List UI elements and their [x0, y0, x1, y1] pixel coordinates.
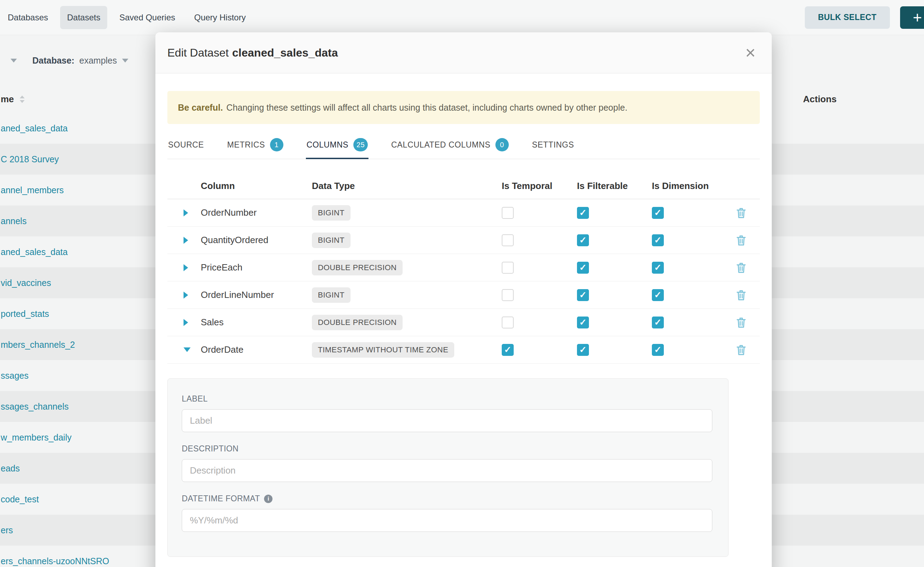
column-row-orderlinenumber: OrderLineNumberBIGINT✓✓ [167, 281, 760, 309]
data-type-pill: BIGINT [312, 205, 351, 220]
dataset-name-link[interactable]: annels [1, 216, 27, 226]
dataset-name-link[interactable]: aned_sales_data [1, 123, 68, 134]
delete-column-icon[interactable] [736, 261, 747, 274]
description-input[interactable] [182, 459, 712, 482]
columns-table-header: ColumnData TypeIs TemporalIs FilterableI… [167, 173, 760, 199]
dataset-name-link[interactable]: eads [1, 464, 20, 474]
chevron-down-icon[interactable] [11, 58, 17, 63]
is-dimension-checkbox[interactable]: ✓ [652, 316, 664, 328]
is-dimension-checkbox[interactable]: ✓ [652, 234, 664, 246]
modal-tab-source[interactable]: SOURCE [167, 133, 205, 159]
modal-body: Be careful. Changing these settings will… [155, 74, 772, 557]
is-temporal-checkbox[interactable]: ✓ [502, 344, 514, 356]
dataset-name-link[interactable]: annel_members [1, 185, 64, 195]
modal-tab-columns[interactable]: COLUMNS25 [306, 133, 369, 159]
column-row-priceeach: PriceEachDOUBLE PRECISION✓✓ [167, 254, 760, 281]
is-temporal-checkbox[interactable] [502, 289, 514, 301]
top-nav: DatabasesDatasetsSaved QueriesQuery Hist… [0, 0, 924, 35]
data-type-pill: TIMESTAMP WITHOUT TIME ZONE [312, 342, 454, 358]
collapse-caret-icon[interactable] [184, 347, 191, 352]
tab-label: METRICS [227, 140, 265, 150]
expand-caret-icon[interactable] [184, 209, 188, 216]
dataset-name-link[interactable]: ers_channels-uzooNNtSRO [1, 556, 109, 566]
is-temporal-checkbox[interactable] [502, 262, 514, 274]
nav-tab-saved-queries[interactable]: Saved Queries [112, 6, 182, 29]
data-type-pill: BIGINT [312, 232, 351, 248]
is-dimension-checkbox[interactable]: ✓ [652, 289, 664, 301]
is-temporal-checkbox[interactable] [502, 316, 514, 328]
dataset-name-link[interactable]: w_members_daily [1, 432, 71, 442]
modal-tab-settings[interactable]: SETTINGS [531, 133, 575, 159]
modal-title-dataset-name: cleaned_sales_data [232, 46, 338, 59]
modal-tabs: SOURCEMETRICS1COLUMNS25CALCULATED COLUMN… [167, 133, 760, 159]
bulk-select-button[interactable]: BULK SELECT [805, 6, 890, 29]
delete-column-icon[interactable] [736, 316, 747, 329]
column-name: OrderLineNumber [201, 290, 312, 300]
warning-text: Changing these settings will affect all … [226, 103, 628, 113]
tab-count-badge: 0 [495, 138, 509, 152]
nav-actions: BULK SELECT + [805, 6, 924, 29]
dataset-name-link[interactable]: ssages_channels [1, 402, 69, 412]
delete-column-icon[interactable] [736, 234, 747, 247]
datetime-format-input[interactable] [182, 509, 712, 532]
is-filterable-checkbox[interactable]: ✓ [577, 289, 589, 301]
dataset-name-link[interactable]: ssages [1, 370, 29, 381]
dataset-name-link[interactable]: ported_stats [1, 309, 49, 319]
sort-icon[interactable] [20, 96, 25, 103]
is-dimension-checkbox[interactable]: ✓ [652, 207, 664, 219]
add-dataset-button[interactable]: + [900, 6, 924, 29]
field-label: DESCRIPTION [182, 444, 714, 453]
column-header-is-temporal: Is Temporal [502, 181, 577, 192]
modal-title: Edit Datasetcleaned_sales_data [167, 46, 338, 59]
warning-bold: Be careful. [178, 103, 223, 113]
dataset-name-link[interactable]: code_test [1, 494, 39, 504]
nav-tabs: DatabasesDatasetsSaved QueriesQuery Hist… [0, 6, 258, 29]
column-header-is-filterable: Is Filterable [577, 181, 652, 192]
is-filterable-checkbox[interactable]: ✓ [577, 316, 589, 328]
is-dimension-checkbox[interactable]: ✓ [652, 262, 664, 274]
column-row-ordernumber: OrderNumberBIGINT✓✓ [167, 199, 760, 226]
column-header-is-dimension: Is Dimension [652, 181, 722, 192]
delete-column-icon[interactable] [736, 344, 747, 356]
modal-header: Edit Datasetcleaned_sales_data × [155, 32, 772, 74]
modal-title-prefix: Edit Dataset [167, 46, 229, 59]
dataset-name-link[interactable]: ers [1, 525, 13, 536]
is-filterable-checkbox[interactable]: ✓ [577, 262, 589, 274]
dataset-name-link[interactable]: mbers_channels_2 [1, 340, 75, 350]
field-datetime-format: DATETIME FORMATi [182, 494, 714, 532]
expand-caret-icon[interactable] [184, 237, 188, 244]
is-temporal-checkbox[interactable] [502, 207, 514, 219]
tab-label: SOURCE [168, 140, 204, 150]
expand-caret-icon[interactable] [184, 319, 188, 326]
is-temporal-checkbox[interactable] [502, 234, 514, 246]
is-filterable-checkbox[interactable]: ✓ [577, 234, 589, 246]
database-filter-value[interactable]: examples [80, 56, 117, 66]
chevron-down-icon[interactable] [122, 58, 128, 63]
field-label: LABEL [182, 394, 714, 432]
actions-column-header: Actions [803, 94, 837, 105]
nav-tab-query-history[interactable]: Query History [187, 6, 253, 29]
expand-caret-icon[interactable] [184, 292, 188, 298]
is-dimension-checkbox[interactable]: ✓ [652, 344, 664, 356]
dataset-name-link[interactable]: C 2018 Survey [1, 154, 59, 164]
modal-tab-calculated-columns[interactable]: CALCULATED COLUMNS0 [390, 133, 509, 159]
is-filterable-checkbox[interactable]: ✓ [577, 207, 589, 219]
label-input[interactable] [182, 409, 712, 432]
column-header-column: Column [201, 181, 312, 192]
data-type-pill: DOUBLE PRECISION [312, 260, 403, 275]
delete-column-icon[interactable] [736, 207, 747, 219]
name-column-header[interactable]: me [1, 94, 14, 105]
delete-column-icon[interactable] [736, 289, 747, 302]
is-filterable-checkbox[interactable]: ✓ [577, 344, 589, 356]
dataset-name-link[interactable]: aned_sales_data [1, 247, 68, 257]
expand-caret-icon[interactable] [184, 264, 188, 271]
warning-banner: Be careful. Changing these settings will… [167, 91, 760, 124]
nav-tab-datasets[interactable]: Datasets [60, 6, 108, 29]
modal-tab-metrics[interactable]: METRICS1 [226, 133, 284, 159]
close-icon[interactable]: × [745, 44, 755, 62]
nav-tab-databases[interactable]: Databases [1, 6, 55, 29]
tab-count-badge: 25 [354, 138, 368, 152]
edit-dataset-modal: Edit Datasetcleaned_sales_data × Be care… [155, 32, 772, 567]
column-name: OrderDate [201, 344, 312, 355]
dataset-name-link[interactable]: vid_vaccines [1, 278, 51, 288]
